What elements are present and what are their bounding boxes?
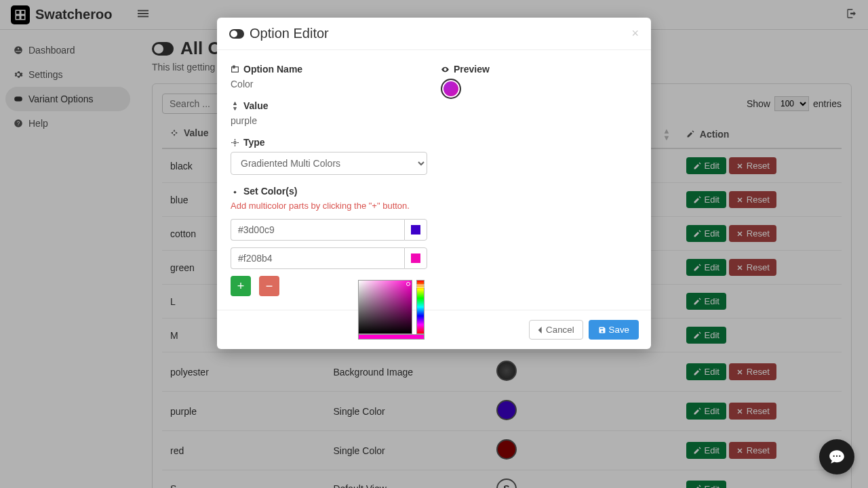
value-option-name: Color xyxy=(231,79,427,89)
color-hex-input[interactable] xyxy=(231,247,404,269)
label-option-name: Option Name xyxy=(231,64,427,75)
color-hex-input[interactable] xyxy=(231,219,404,241)
save-button[interactable]: Save xyxy=(589,320,639,340)
color-row xyxy=(231,247,427,269)
modal-overlay[interactable]: Option Editor × Option Name Color Value … xyxy=(0,0,868,488)
label-set-colors: Set Color(s) xyxy=(231,186,427,197)
color-picker[interactable] xyxy=(358,280,425,340)
value-field: purple xyxy=(231,115,427,126)
modal-toggle-icon xyxy=(229,29,244,39)
remove-color-button[interactable]: − xyxy=(259,276,279,296)
cancel-button[interactable]: Cancel xyxy=(529,320,583,340)
add-color-button[interactable]: + xyxy=(231,276,251,296)
helper-text: Add multicolor parts by clicking the "+"… xyxy=(231,201,427,211)
label-type: Type xyxy=(231,137,427,148)
modal-title: Option Editor xyxy=(250,26,329,41)
option-editor-modal: Option Editor × Option Name Color Value … xyxy=(217,18,651,349)
type-select[interactable]: Gradiented Multi Colors xyxy=(231,152,427,175)
preview-swatch xyxy=(441,79,461,99)
color-row xyxy=(231,219,427,241)
color-swatch-box[interactable] xyxy=(404,247,427,269)
color-swatch-box[interactable] xyxy=(404,219,427,241)
label-value: Value xyxy=(231,100,427,111)
chat-bubble[interactable] xyxy=(819,439,854,474)
svg-point-12 xyxy=(234,141,236,143)
label-preview: Preview xyxy=(441,64,637,75)
close-icon[interactable]: × xyxy=(631,26,639,41)
